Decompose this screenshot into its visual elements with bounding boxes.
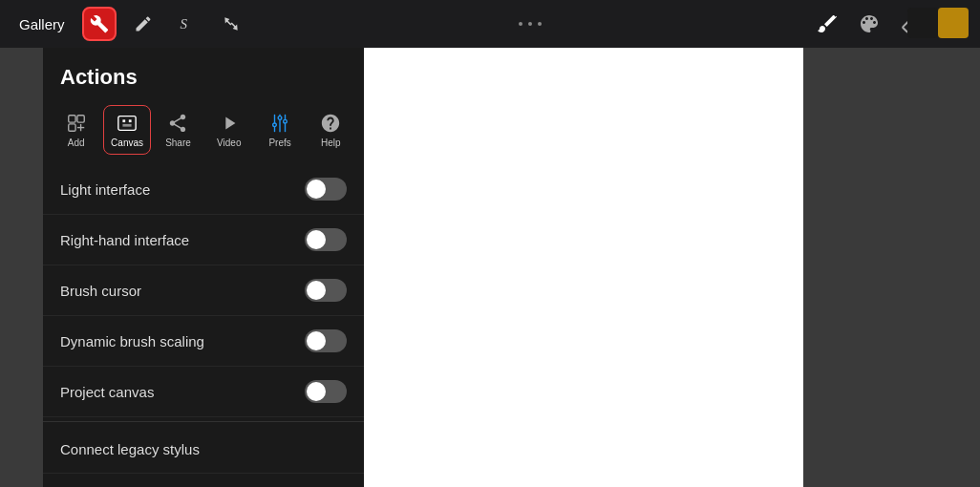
project-canvas-toggle[interactable] xyxy=(305,380,347,403)
share-tab-label: Share xyxy=(165,138,191,148)
tab-canvas[interactable]: Canvas xyxy=(103,105,151,155)
right-hand-interface-label: Right-hand interface xyxy=(60,232,189,248)
pen-nib-button[interactable] xyxy=(126,7,160,41)
dynamic-brush-scaling-row[interactable]: Dynamic brush scaling xyxy=(43,316,364,367)
svg-rect-2 xyxy=(77,116,84,122)
transform-icon xyxy=(222,14,241,33)
tab-help[interactable]: Help xyxy=(308,106,354,154)
pressure-smoothing-row[interactable]: Pressure and Smoothing xyxy=(43,474,364,487)
wrench-icon xyxy=(90,14,109,33)
brush-cursor-row[interactable]: Brush cursor xyxy=(43,265,364,316)
svg-text:S: S xyxy=(180,16,187,32)
svg-point-13 xyxy=(284,119,288,123)
settings-list: Light interface Right-hand interface Bru… xyxy=(43,164,364,487)
dot-2 xyxy=(528,22,532,26)
prefs-tab-label: Prefs xyxy=(268,138,290,148)
tab-bar: Add Canvas Share xyxy=(43,101,364,164)
smudge-tool-icon xyxy=(858,12,881,35)
share-tab-icon xyxy=(166,112,189,135)
brush-tool-icon xyxy=(816,12,839,35)
toolbar-left: Gallery S xyxy=(11,7,248,41)
prefs-tab-icon xyxy=(268,112,291,135)
tab-add[interactable]: Add xyxy=(53,106,99,154)
light-interface-toggle[interactable] xyxy=(305,178,347,201)
gallery-button[interactable]: Gallery xyxy=(11,12,73,36)
right-hand-interface-toggle[interactable] xyxy=(305,228,347,251)
right-hand-interface-row[interactable]: Right-hand interface xyxy=(43,215,364,265)
add-tab-label: Add xyxy=(68,138,85,148)
color-swatches xyxy=(907,8,969,38)
canvas-tab-label: Canvas xyxy=(111,138,143,148)
add-tab-icon xyxy=(65,112,88,135)
primary-color-swatch[interactable] xyxy=(907,8,938,38)
tab-share[interactable]: Share xyxy=(155,106,202,154)
project-canvas-row[interactable]: Project canvas xyxy=(43,367,364,417)
transform-button[interactable] xyxy=(214,7,248,41)
brush-cursor-toggle[interactable] xyxy=(305,279,347,302)
smudge-icon: S xyxy=(178,14,197,33)
actions-title: Actions xyxy=(43,48,364,101)
canvas-tab-icon xyxy=(116,112,138,135)
svg-rect-1 xyxy=(68,116,75,122)
light-interface-label: Light interface xyxy=(60,181,150,198)
toolbar-right xyxy=(812,9,969,39)
help-tab-label: Help xyxy=(321,138,341,148)
video-tab-label: Video xyxy=(217,138,241,148)
top-toolbar: Gallery S xyxy=(0,0,980,48)
toolbar-center xyxy=(519,22,542,26)
actions-panel: Actions Add xyxy=(43,48,364,487)
help-tab-icon xyxy=(319,112,342,135)
connect-legacy-stylus-row[interactable]: Connect legacy stylus xyxy=(43,426,364,474)
dynamic-brush-scaling-toggle[interactable] xyxy=(305,329,347,352)
svg-point-7 xyxy=(278,116,282,120)
section-divider-1 xyxy=(43,421,364,422)
wrench-button[interactable] xyxy=(82,7,117,41)
smudge-tool-button[interactable] xyxy=(854,9,884,39)
brush-cursor-label: Brush cursor xyxy=(60,283,141,299)
tab-prefs[interactable]: Prefs xyxy=(256,106,303,154)
brush-tool-button[interactable] xyxy=(812,9,842,39)
tab-video[interactable]: Video xyxy=(205,106,252,154)
secondary-color-swatch[interactable] xyxy=(938,8,969,38)
svg-point-10 xyxy=(273,123,277,127)
dynamic-brush-scaling-label: Dynamic brush scaling xyxy=(60,333,204,349)
video-tab-icon xyxy=(218,112,241,135)
svg-rect-6 xyxy=(118,116,136,131)
project-canvas-label: Project canvas xyxy=(60,384,154,400)
dot-1 xyxy=(519,22,522,26)
light-interface-row[interactable]: Light interface xyxy=(43,164,364,215)
svg-rect-3 xyxy=(68,124,75,131)
dot-3 xyxy=(538,22,542,26)
smudge-button[interactable]: S xyxy=(170,7,204,41)
connect-legacy-stylus-label: Connect legacy stylus xyxy=(60,441,200,457)
pen-nib-icon xyxy=(134,14,153,33)
